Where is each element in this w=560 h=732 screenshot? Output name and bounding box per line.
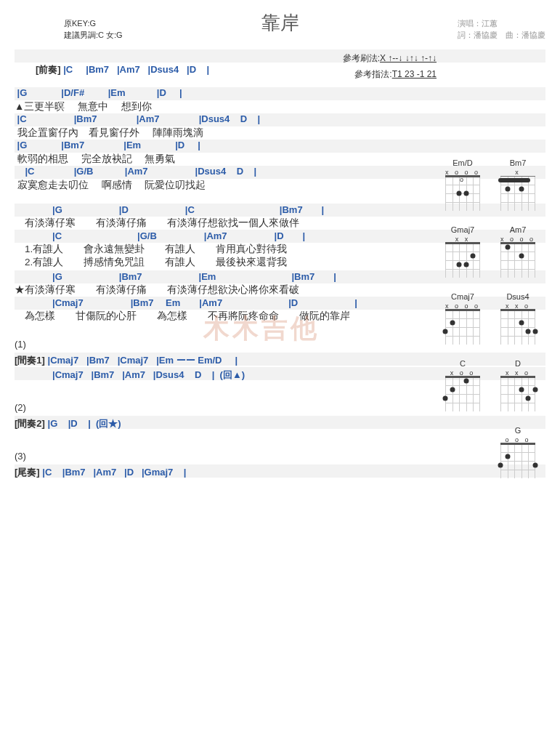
- chord-name: Am7: [498, 225, 538, 234]
- fretboard: [500, 243, 535, 278]
- pick-row: 參考指法:T1 23 -1 21: [15, 68, 545, 87]
- int1-chords1: |Cmaj7 |Bm7 |Cmaj7 |Em ーー Em/D |: [48, 355, 238, 366]
- v1-r1-lyrics: ▲三更半暝 無意中 想到你: [15, 100, 400, 113]
- chord-diagram-c: Cx o o: [442, 359, 483, 411]
- diagram-row: Gmaj7x xAm7x o o o: [422, 225, 538, 278]
- v1-r4-lyrics: 寂寞愈走去叨位 啊感情 阮愛位叨找起: [15, 179, 400, 192]
- song-title: 靠岸: [261, 10, 299, 36]
- key-info: 原KEY:G 建議男調:C 女:G: [64, 17, 123, 41]
- chord-diagram-emd: Em/Dx o o o o: [442, 158, 483, 211]
- ch-r2-lyrics1: 1.有誰人 會永遠無變卦 有誰人 肯用真心對待我: [15, 243, 400, 256]
- credits: 演唱：江蕙 詞：潘協慶 曲：潘協慶: [458, 17, 545, 41]
- v1-row1: |G |D/F# |Em |D | ▲三更半暝 無意中 想到你: [15, 87, 545, 113]
- chord-diagram-gmaj7: Gmaj7x x: [442, 225, 483, 278]
- chord-name: Bm7: [498, 158, 538, 167]
- outro-chords: |C |Bm7 |Am7 |D |Gmaj7 |: [42, 467, 186, 478]
- int2-chords: |G |D | (回★): [48, 418, 121, 429]
- chord-diagram-column: Em/Dx o o o oBm7xGmaj7x xAm7x o o oCmaj7…: [422, 158, 538, 491]
- ch-r3-chords: |G |Bm7 |Em |Bm7 |: [15, 270, 400, 283]
- intro-row: [前奏] |C |Bm7 |Am7 |Dsus4 |D | 參考刷法:X ↑--…: [15, 49, 545, 68]
- chord-diagram-d: Dx x o: [498, 359, 538, 411]
- chord-name: G: [498, 426, 538, 435]
- strum-label: 參考刷法:X ↑--↓ ↓↑↓ ↑-↑↓: [343, 52, 437, 65]
- v1-r3-lyrics: 軟弱的相思 完全放袂記 無勇氣: [15, 153, 400, 166]
- fretboard: [445, 176, 480, 211]
- fretboard: [445, 377, 480, 411]
- fretboard: [500, 443, 535, 478]
- chord-diagram-g: G o o o: [498, 426, 538, 478]
- singer: 演唱：江蕙: [458, 17, 545, 29]
- chord-name: D: [498, 359, 538, 368]
- chord-diagram-dsus4: Dsus4x x o: [498, 292, 538, 345]
- watermark: 木木吉他: [203, 311, 320, 347]
- ch-r1-chords: |G |D |C |Bm7 |: [15, 204, 400, 217]
- diagram-row: G o o o: [422, 426, 538, 478]
- chord-name: C: [442, 359, 483, 368]
- diagram-row: Em/Dx o o o oBm7x: [422, 158, 538, 211]
- chord-name: Dsus4: [498, 292, 538, 301]
- ch-r2-chords: |C |G/B |Am7 |D |: [15, 230, 400, 243]
- header: 靠岸 原KEY:G 建議男調:C 女:G 演唱：江蕙 詞：潘協慶 曲：潘協慶: [15, 7, 545, 45]
- int1-label: [間奏1]: [15, 355, 45, 366]
- int1-chords2: |Cmaj7 |Bm7 |Am7 |Dsus4 D | (回▲): [15, 369, 400, 382]
- chord-top-marks: x: [498, 169, 538, 176]
- chord-diagram-cmaj7: Cmaj7x o o o: [442, 292, 483, 345]
- v1-row2: |C |Bm7 |Am7 |Dsus4 D | 我企置窗仔內 看見窗仔外 陣陣雨…: [15, 113, 545, 140]
- ch-r1-lyrics: 有淡薄仔寒 有淡薄仔痛 有淡薄仔想欲找一個人來做伴: [15, 217, 400, 230]
- v1-r1-chords: |G |D/F# |Em |D |: [15, 87, 400, 98]
- chord-name: Gmaj7: [442, 225, 483, 234]
- diagram-row: Cx o oDx x o: [422, 359, 538, 411]
- int2-label: [間奏2]: [15, 418, 45, 429]
- composer: 詞：潘協慶 曲：潘協慶: [458, 29, 545, 41]
- suggested-key: 建議男調:C 女:G: [64, 29, 123, 41]
- v1-r2-lyrics: 我企置窗仔內 看見窗仔外 陣陣雨塊滴: [15, 126, 400, 140]
- fretboard: [500, 176, 535, 211]
- fretboard: [445, 243, 480, 278]
- ch-r2-lyrics2: 2.有誰人 搏感情免咒詛 有誰人 最後袂來還背我: [15, 256, 400, 269]
- chord-name: Cmaj7: [442, 292, 483, 301]
- v1-r2-chords: |C |Bm7 |Am7 |Dsus4 D |: [15, 113, 400, 124]
- v1-r4-chords: |C |G/B |Am7 |Dsus4 D |: [15, 166, 400, 177]
- original-key: 原KEY:G: [64, 17, 123, 29]
- fretboard: [500, 310, 535, 345]
- outro-label: [尾奏]: [15, 467, 40, 478]
- v1-r3-chords: |G |Bm7 |Em |D |: [15, 140, 400, 150]
- diagram-row: Cmaj7x o o oDsus4x x o: [422, 292, 538, 345]
- pick-label: 參考指法:T1 23 -1 21: [354, 68, 437, 81]
- fretboard: [445, 310, 480, 345]
- ch-r4-chords: |Cmaj7 |Bm7 Em |Am7 |D |: [15, 297, 400, 310]
- ch-r3-lyrics: ★有淡薄仔寒 有淡薄仔痛 有淡薄仔想欲決心將你來看破: [15, 283, 400, 297]
- fretboard: [500, 377, 535, 411]
- chord-diagram-bm7: Bm7x: [498, 158, 538, 211]
- content-area: 木木吉他 [前奏] |C |Bm7 |Am7 |Dsus4 |D | 參考刷法:…: [15, 49, 545, 483]
- chord-diagram-am7: Am7x o o o: [498, 225, 538, 278]
- chord-name: Em/D: [442, 158, 483, 167]
